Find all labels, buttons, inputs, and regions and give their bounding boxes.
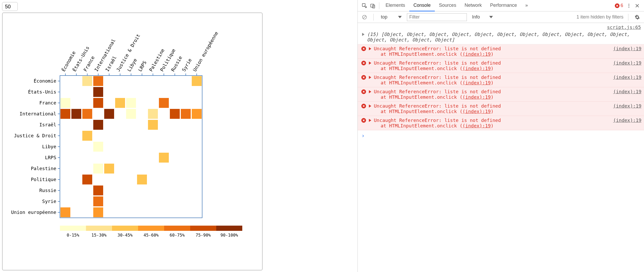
error-source-link[interactable]: (index):19	[613, 103, 641, 109]
legend-label: 15-30%	[91, 233, 107, 238]
legend-swatch	[164, 226, 190, 231]
separator	[379, 2, 379, 9]
legend-swatch	[86, 226, 112, 231]
error-source-link[interactable]: (index):19	[613, 46, 641, 51]
overflow-tabs[interactable]: »	[521, 0, 532, 11]
threshold-input-wrap	[2, 2, 355, 11]
heatmap-col-label: LRPS	[137, 60, 147, 72]
error-message: Uncaught ReferenceError: liste is not de…	[374, 103, 611, 114]
heatmap-cell	[93, 207, 103, 217]
heatmap-chart: ÉconomieÉtats-UnisFranceInternationalIsr…	[2, 13, 263, 270]
error-icon	[361, 89, 366, 94]
expand-icon[interactable]	[368, 103, 372, 109]
heatmap-cell	[93, 142, 103, 152]
tab-elements[interactable]: Elements	[381, 0, 409, 11]
inspect-icon[interactable]	[360, 2, 369, 10]
expand-icon[interactable]	[368, 46, 372, 51]
heatmap-cell	[93, 76, 103, 86]
heatmap-cell	[93, 87, 103, 97]
error-source-link[interactable]: (index):19	[613, 89, 641, 94]
context-selector[interactable]: top	[378, 13, 404, 21]
heatmap-cell	[126, 98, 136, 108]
error-message: Uncaught ReferenceError: liste is not de…	[374, 75, 611, 85]
legend-label: 75-90%	[196, 233, 211, 238]
heatmap-cell	[159, 98, 169, 108]
expand-icon[interactable]	[361, 32, 365, 37]
console-prompt[interactable]	[358, 130, 644, 141]
legend-swatch	[60, 226, 86, 231]
legend-swatch	[138, 226, 164, 231]
heatmap-cell	[60, 109, 70, 119]
error-stack-link[interactable]: (index):19	[462, 123, 491, 128]
expand-icon[interactable]	[368, 89, 372, 94]
error-icon	[361, 104, 366, 108]
error-stack-link[interactable]: (index):19	[462, 80, 491, 85]
devtools-tabbar: ElementsConsoleSourcesNetworkPerformance…	[358, 0, 644, 11]
error-stack-link[interactable]: (index):19	[462, 109, 491, 114]
error-stack-link[interactable]: (index):19	[462, 94, 491, 100]
tab-network[interactable]: Network	[460, 0, 486, 11]
tab-sources[interactable]: Sources	[435, 0, 460, 11]
error-count: 6	[621, 3, 623, 8]
console-toolbar: top Info 1 item hidden by filters	[358, 11, 644, 23]
svg-point-32	[628, 7, 629, 8]
console-error-row: Uncaught ReferenceError: liste is not de…	[358, 102, 644, 116]
heatmap-row-label: Israël	[39, 122, 56, 127]
console-error-row: Uncaught ReferenceError: liste is not de…	[358, 44, 644, 59]
tab-console[interactable]: Console	[409, 0, 435, 11]
heatmap-cell	[126, 109, 136, 119]
log-message: (15) [Object, Object, Object, Object, Ob…	[367, 32, 641, 42]
console-error-row: Uncaught ReferenceError: liste is not de…	[358, 59, 644, 73]
heatmap-cell	[60, 207, 70, 217]
console-error-row: Uncaught ReferenceError: liste is not de…	[358, 116, 644, 130]
error-stack-link[interactable]: (index):19	[462, 51, 491, 57]
gear-icon[interactable]	[633, 13, 641, 21]
heatmap-cell	[93, 98, 103, 108]
heatmap-row-label: Libye	[42, 144, 56, 149]
error-count-badge[interactable]: 6	[615, 3, 623, 8]
separator	[628, 14, 628, 21]
context-label: top	[381, 14, 387, 20]
console-error-row: Uncaught ReferenceError: liste is not de…	[358, 73, 644, 87]
log-source-link[interactable]: script.js:65	[358, 23, 644, 30]
heatmap-row-label: International	[20, 111, 56, 116]
heatmap-cell	[170, 109, 180, 119]
tab-performance[interactable]: Performance	[486, 0, 521, 11]
page-content: ÉconomieÉtats-UnisFranceInternationalIsr…	[0, 0, 357, 272]
error-source-link[interactable]: (index):19	[613, 60, 641, 66]
heatmap-cell	[82, 175, 92, 184]
svg-point-31	[628, 5, 629, 6]
kebab-menu-icon[interactable]	[625, 2, 633, 10]
expand-icon[interactable]	[368, 75, 372, 80]
heatmap-cell	[93, 196, 103, 206]
chevron-down-icon	[489, 16, 493, 18]
heatmap-cell	[192, 76, 202, 86]
svg-rect-28	[371, 4, 374, 7]
console-filter-input[interactable]	[407, 13, 467, 21]
heatmap-cell	[82, 76, 92, 86]
heatmap-cell	[93, 120, 103, 130]
heatmap-cell	[71, 109, 81, 119]
error-source-link[interactable]: (index):19	[613, 118, 641, 123]
threshold-input[interactable]	[2, 2, 18, 11]
heatmap-cell	[192, 109, 202, 119]
device-toggle-icon[interactable]	[369, 2, 377, 10]
devtools-panel: ElementsConsoleSourcesNetworkPerformance…	[357, 0, 644, 272]
heatmap-row-label: Justice & Droit	[14, 133, 56, 138]
heatmap-cell	[181, 109, 191, 119]
expand-icon[interactable]	[368, 118, 372, 123]
log-level-selector[interactable]: Info	[469, 13, 496, 21]
error-source-link[interactable]: (index):19	[613, 75, 641, 80]
clear-console-icon[interactable]	[360, 13, 369, 21]
heatmap-col-label: Syrie	[181, 58, 193, 72]
legend-label: 0-15%	[67, 233, 79, 238]
heatmap-cell	[104, 164, 114, 174]
expand-icon[interactable]	[368, 60, 372, 66]
close-icon[interactable]	[633, 2, 641, 10]
heatmap-row-label: Union européenne	[11, 209, 56, 215]
heatmap-row-label: Syrie	[42, 199, 56, 204]
heatmap-row-label: LRPS	[45, 155, 56, 160]
error-stack-link[interactable]: (index):19	[462, 66, 491, 71]
console-log-row: (15) [Object, Object, Object, Object, Ob…	[358, 30, 644, 44]
heatmap-cell	[60, 98, 70, 108]
